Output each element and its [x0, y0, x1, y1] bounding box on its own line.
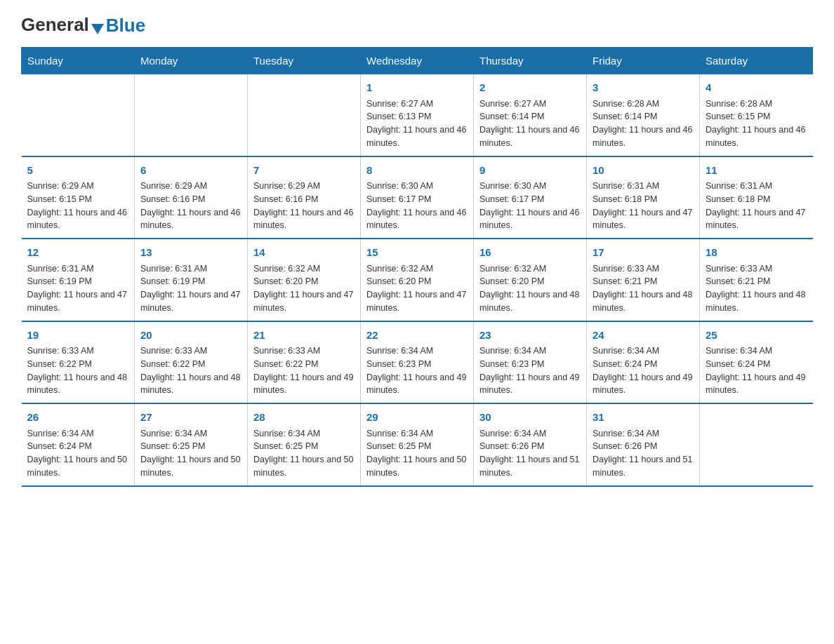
- calendar-cell: 9Sunrise: 6:30 AM Sunset: 6:17 PM Daylig…: [474, 156, 587, 239]
- day-info: Sunrise: 6:34 AM Sunset: 6:26 PM Dayligh…: [593, 427, 694, 480]
- calendar-cell: 5Sunrise: 6:29 AM Sunset: 6:15 PM Daylig…: [22, 156, 135, 239]
- logo-general-text: General: [21, 14, 89, 36]
- calendar-cell: [135, 74, 248, 156]
- day-number: 29: [366, 410, 468, 426]
- day-info: Sunrise: 6:33 AM Sunset: 6:21 PM Dayligh…: [706, 262, 807, 315]
- day-number: 12: [27, 245, 129, 261]
- calendar-cell: 16Sunrise: 6:32 AM Sunset: 6:20 PM Dayli…: [474, 239, 587, 321]
- calendar-cell: 14Sunrise: 6:32 AM Sunset: 6:20 PM Dayli…: [248, 239, 361, 321]
- day-of-week-header-thursday: Thursday: [474, 48, 587, 74]
- calendar-cell: [248, 74, 361, 156]
- day-info: Sunrise: 6:33 AM Sunset: 6:22 PM Dayligh…: [253, 344, 355, 397]
- day-info: Sunrise: 6:31 AM Sunset: 6:19 PM Dayligh…: [27, 262, 129, 315]
- day-info: Sunrise: 6:27 AM Sunset: 6:13 PM Dayligh…: [366, 98, 468, 150]
- calendar-cell: 13Sunrise: 6:31 AM Sunset: 6:19 PM Dayli…: [135, 239, 248, 321]
- calendar-cell: 20Sunrise: 6:33 AM Sunset: 6:22 PM Dayli…: [135, 321, 248, 404]
- day-info: Sunrise: 6:34 AM Sunset: 6:24 PM Dayligh…: [593, 344, 694, 397]
- calendar-week-row: 1Sunrise: 6:27 AM Sunset: 6:13 PM Daylig…: [22, 74, 813, 156]
- day-info: Sunrise: 6:34 AM Sunset: 6:25 PM Dayligh…: [366, 427, 468, 480]
- day-number: 6: [140, 163, 241, 179]
- day-info: Sunrise: 6:34 AM Sunset: 6:25 PM Dayligh…: [140, 427, 241, 480]
- day-number: 28: [253, 410, 355, 426]
- day-info: Sunrise: 6:34 AM Sunset: 6:23 PM Dayligh…: [479, 344, 581, 397]
- day-number: 8: [366, 163, 468, 179]
- day-number: 25: [706, 328, 807, 344]
- day-number: 19: [27, 328, 129, 344]
- calendar-week-row: 19Sunrise: 6:33 AM Sunset: 6:22 PM Dayli…: [22, 321, 813, 404]
- calendar-cell: 21Sunrise: 6:33 AM Sunset: 6:22 PM Dayli…: [248, 321, 361, 404]
- day-number: 24: [593, 328, 694, 344]
- day-info: Sunrise: 6:34 AM Sunset: 6:26 PM Dayligh…: [479, 427, 581, 480]
- calendar-cell: 17Sunrise: 6:33 AM Sunset: 6:21 PM Dayli…: [587, 239, 700, 321]
- day-number: 14: [253, 245, 355, 261]
- calendar-cell: 8Sunrise: 6:30 AM Sunset: 6:17 PM Daylig…: [361, 156, 474, 239]
- day-info: Sunrise: 6:31 AM Sunset: 6:18 PM Dayligh…: [593, 180, 694, 232]
- calendar-cell: 15Sunrise: 6:32 AM Sunset: 6:20 PM Dayli…: [361, 239, 474, 321]
- day-info: Sunrise: 6:33 AM Sunset: 6:22 PM Dayligh…: [27, 344, 129, 397]
- calendar-cell: 4Sunrise: 6:28 AM Sunset: 6:15 PM Daylig…: [700, 74, 813, 156]
- day-of-week-header-sunday: Sunday: [22, 48, 135, 74]
- day-info: Sunrise: 6:28 AM Sunset: 6:15 PM Dayligh…: [706, 98, 807, 150]
- calendar-cell: 29Sunrise: 6:34 AM Sunset: 6:25 PM Dayli…: [361, 403, 474, 486]
- day-number: 1: [366, 80, 468, 96]
- calendar-cell: 6Sunrise: 6:29 AM Sunset: 6:16 PM Daylig…: [135, 156, 248, 239]
- calendar-cell: 28Sunrise: 6:34 AM Sunset: 6:25 PM Dayli…: [248, 403, 361, 486]
- day-number: 26: [27, 410, 129, 426]
- logo-triangle-icon: [91, 24, 104, 34]
- calendar-cell: 30Sunrise: 6:34 AM Sunset: 6:26 PM Dayli…: [474, 403, 587, 486]
- day-number: 21: [253, 328, 355, 344]
- day-info: Sunrise: 6:33 AM Sunset: 6:22 PM Dayligh…: [140, 344, 241, 397]
- day-info: Sunrise: 6:29 AM Sunset: 6:16 PM Dayligh…: [140, 180, 241, 232]
- day-info: Sunrise: 6:29 AM Sunset: 6:16 PM Dayligh…: [253, 180, 355, 232]
- day-number: 3: [593, 80, 694, 96]
- day-of-week-header-wednesday: Wednesday: [361, 48, 474, 74]
- calendar-header: SundayMondayTuesdayWednesdayThursdayFrid…: [22, 48, 813, 74]
- day-of-week-header-friday: Friday: [587, 48, 700, 74]
- day-number: 13: [140, 245, 241, 261]
- day-info: Sunrise: 6:30 AM Sunset: 6:17 PM Dayligh…: [366, 180, 468, 232]
- calendar-cell: 18Sunrise: 6:33 AM Sunset: 6:21 PM Dayli…: [700, 239, 813, 321]
- calendar-cell: [700, 403, 813, 486]
- day-info: Sunrise: 6:30 AM Sunset: 6:17 PM Dayligh…: [479, 180, 581, 232]
- day-number: 22: [366, 328, 468, 344]
- logo: General Blue: [21, 14, 145, 36]
- day-info: Sunrise: 6:32 AM Sunset: 6:20 PM Dayligh…: [253, 262, 355, 315]
- day-info: Sunrise: 6:31 AM Sunset: 6:19 PM Dayligh…: [140, 262, 241, 315]
- day-of-week-header-tuesday: Tuesday: [248, 48, 361, 74]
- day-info: Sunrise: 6:28 AM Sunset: 6:14 PM Dayligh…: [593, 98, 694, 150]
- day-info: Sunrise: 6:34 AM Sunset: 6:23 PM Dayligh…: [366, 344, 468, 397]
- calendar-cell: [22, 74, 135, 156]
- day-number: 30: [479, 410, 581, 426]
- day-number: 31: [593, 410, 694, 426]
- day-info: Sunrise: 6:32 AM Sunset: 6:20 PM Dayligh…: [479, 262, 581, 315]
- day-info: Sunrise: 6:31 AM Sunset: 6:18 PM Dayligh…: [706, 180, 807, 232]
- day-number: 15: [366, 245, 468, 261]
- calendar-cell: 11Sunrise: 6:31 AM Sunset: 6:18 PM Dayli…: [700, 156, 813, 239]
- calendar-week-row: 26Sunrise: 6:34 AM Sunset: 6:24 PM Dayli…: [22, 403, 813, 486]
- calendar-week-row: 5Sunrise: 6:29 AM Sunset: 6:15 PM Daylig…: [22, 156, 813, 239]
- calendar-cell: 19Sunrise: 6:33 AM Sunset: 6:22 PM Dayli…: [22, 321, 135, 404]
- calendar-cell: 2Sunrise: 6:27 AM Sunset: 6:14 PM Daylig…: [474, 74, 587, 156]
- page-header: General Blue: [21, 14, 813, 36]
- calendar-cell: 31Sunrise: 6:34 AM Sunset: 6:26 PM Dayli…: [587, 403, 700, 486]
- day-info: Sunrise: 6:32 AM Sunset: 6:20 PM Dayligh…: [366, 262, 468, 315]
- day-number: 17: [593, 245, 694, 261]
- calendar-cell: 22Sunrise: 6:34 AM Sunset: 6:23 PM Dayli…: [361, 321, 474, 404]
- days-of-week-row: SundayMondayTuesdayWednesdayThursdayFrid…: [22, 48, 813, 74]
- day-info: Sunrise: 6:34 AM Sunset: 6:24 PM Dayligh…: [706, 344, 807, 397]
- calendar-body: 1Sunrise: 6:27 AM Sunset: 6:13 PM Daylig…: [22, 74, 813, 486]
- calendar-cell: 25Sunrise: 6:34 AM Sunset: 6:24 PM Dayli…: [700, 321, 813, 404]
- day-of-week-header-saturday: Saturday: [700, 48, 813, 74]
- calendar-week-row: 12Sunrise: 6:31 AM Sunset: 6:19 PM Dayli…: [22, 239, 813, 321]
- day-number: 7: [253, 163, 355, 179]
- day-number: 9: [479, 163, 581, 179]
- calendar-cell: 23Sunrise: 6:34 AM Sunset: 6:23 PM Dayli…: [474, 321, 587, 404]
- day-info: Sunrise: 6:27 AM Sunset: 6:14 PM Dayligh…: [479, 98, 581, 150]
- day-info: Sunrise: 6:29 AM Sunset: 6:15 PM Dayligh…: [27, 180, 129, 232]
- day-of-week-header-monday: Monday: [135, 48, 248, 74]
- day-info: Sunrise: 6:34 AM Sunset: 6:25 PM Dayligh…: [253, 427, 355, 480]
- calendar-cell: 10Sunrise: 6:31 AM Sunset: 6:18 PM Dayli…: [587, 156, 700, 239]
- calendar-cell: 12Sunrise: 6:31 AM Sunset: 6:19 PM Dayli…: [22, 239, 135, 321]
- day-number: 2: [479, 80, 581, 96]
- day-number: 23: [479, 328, 581, 344]
